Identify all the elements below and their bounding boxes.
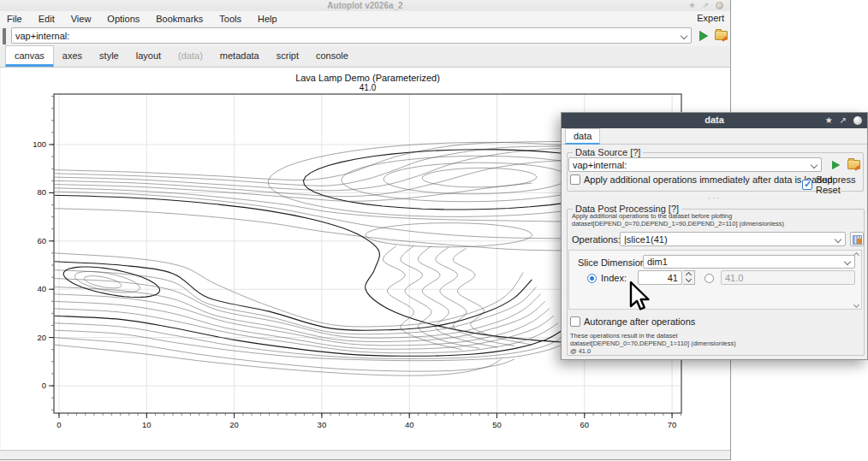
svg-text:0: 0: [42, 381, 46, 390]
menu-help[interactable]: Help: [258, 14, 277, 24]
menu-file[interactable]: File: [7, 14, 22, 24]
value-radio-unselected[interactable]: [705, 274, 714, 283]
tab-metadata[interactable]: metadata: [211, 46, 268, 67]
tab-console[interactable]: console: [307, 46, 357, 67]
result-dataset-label: dataset[DEPEND_0=70,DEPEND_1=110] (dimen…: [570, 340, 736, 347]
svg-text:10: 10: [142, 420, 152, 429]
plot-subtitle: 41.0: [54, 83, 681, 92]
post-processing-hint: Apply additional operations to the datas…: [572, 212, 732, 220]
go-button[interactable]: [697, 29, 710, 42]
svg-text:0: 0: [56, 420, 61, 429]
uri-type-icon: [3, 29, 9, 41]
svg-text:80: 80: [37, 187, 46, 197]
menu-edit[interactable]: Edit: [39, 14, 55, 24]
svg-text:40: 40: [37, 284, 46, 293]
tab-data[interactable]: data: [565, 128, 600, 145]
menu-bookmarks[interactable]: Bookmarks: [156, 14, 203, 24]
uri-input[interactable]: vap+internal:: [11, 27, 692, 44]
dialog-tab-strip: data: [562, 128, 867, 145]
spin-down-icon: [687, 277, 691, 281]
apply-immediately-checkbox[interactable]: Apply additional operations immediately …: [570, 174, 832, 185]
result-at-label: @ 41.0: [570, 347, 591, 355]
browse-button[interactable]: [847, 158, 861, 171]
tab-axes[interactable]: axes: [54, 46, 91, 67]
data-source-value: vap+internal:: [573, 160, 811, 170]
svg-text:50: 50: [492, 420, 502, 429]
data-dialog: data ★ ↗ data Data Source [?] vap+intern…: [561, 112, 868, 360]
chevron-down-icon[interactable]: [835, 236, 841, 243]
folder-icon: [847, 160, 860, 169]
svg-text:60: 60: [37, 236, 46, 245]
tab-style[interactable]: style: [91, 46, 128, 67]
play-icon: [699, 31, 708, 41]
collapse-handle[interactable]: ···: [562, 195, 867, 200]
main-tab-bar: canvasaxesstylelayout(data)metadatascrip…: [0, 46, 730, 68]
operations-picker-button[interactable]: [850, 232, 864, 246]
menu-view[interactable]: View: [71, 14, 92, 24]
autorange-checkbox[interactable]: Autorange after operations: [570, 316, 695, 327]
folder-icon: [715, 31, 728, 40]
busy-indicator-icon: [853, 116, 862, 125]
menu-bar: FileEditViewOptionsBookmarksToolsHelp Ex…: [0, 11, 730, 25]
status-bar: [0, 450, 730, 459]
suppress-reset-label: Suppress Reset: [816, 174, 867, 195]
spinner-arrows[interactable]: [683, 270, 695, 285]
play-icon: [832, 161, 840, 169]
svg-text:70: 70: [668, 420, 677, 429]
svg-text:30: 30: [318, 420, 327, 429]
svg-text:20: 20: [37, 333, 46, 342]
chevron-down-icon[interactable]: [811, 162, 817, 168]
load-button[interactable]: [829, 158, 843, 171]
checkbox-icon[interactable]: [570, 174, 580, 185]
menu-items: FileEditViewOptionsBookmarksToolsHelp: [7, 10, 294, 26]
tab-canvas[interactable]: canvas: [5, 45, 54, 67]
mouse-cursor: [628, 281, 654, 315]
input-dataset-label: dataset[DEPEND_0=70,DEPEND_1=90,DEPEND_2…: [572, 220, 784, 228]
tab-data[interactable]: (data): [169, 46, 211, 67]
svg-text:20: 20: [229, 420, 239, 429]
svg-text:60: 60: [580, 420, 590, 429]
autorange-label: Autorange after operations: [584, 316, 695, 327]
index-label: Index:: [601, 273, 627, 283]
suppress-reset-checkbox[interactable]: Suppress Reset: [802, 174, 867, 195]
apply-immediately-label: Apply additional operations immediately …: [584, 174, 832, 185]
pin-icon[interactable]: ★: [825, 116, 833, 125]
scroll-up-icon[interactable]: [854, 252, 859, 257]
tab-layout[interactable]: layout: [128, 46, 169, 67]
slice-editor-panel: Slice Dimension: dim1 Index: 41 41.0: [568, 250, 862, 310]
slice-value: 41.0: [725, 273, 743, 283]
svg-text:100: 100: [33, 139, 46, 149]
plot-title: Lava Lamp Demo (Parameterized): [54, 73, 681, 83]
uri-value: vap+internal:: [15, 31, 681, 41]
busy-indicator-icon: [716, 2, 723, 9]
detach-icon[interactable]: ↗: [702, 2, 709, 9]
data-source-input[interactable]: vap+internal:: [568, 157, 822, 172]
checkbox-icon[interactable]: [570, 316, 580, 327]
index-radio-selected[interactable]: [587, 274, 597, 283]
pin-icon[interactable]: ★: [688, 2, 695, 9]
browse-button[interactable]: [714, 29, 728, 42]
chevron-down-icon[interactable]: [681, 33, 687, 39]
operations-input[interactable]: |slice1(41): [620, 232, 846, 246]
operations-value: |slice1(41): [624, 234, 835, 245]
slice-dimension-label: Slice Dimension:: [578, 257, 648, 268]
address-row: vap+internal:: [0, 25, 730, 46]
slice-dimension-value: dim1: [647, 257, 844, 267]
svg-text:40: 40: [405, 420, 414, 429]
window-title: Autoplot v2026a_2: [0, 1, 730, 10]
menu-tools[interactable]: Tools: [219, 14, 241, 24]
dialog-titlebar[interactable]: data ★ ↗: [562, 113, 867, 128]
chevron-down-icon[interactable]: [844, 258, 851, 265]
detach-icon[interactable]: ↗: [840, 116, 847, 125]
checkbox-checked-icon[interactable]: [802, 180, 812, 190]
slice-value-input-disabled[interactable]: 41.0: [721, 270, 855, 285]
operations-label: Operations:: [572, 234, 621, 245]
dialog-title: data: [562, 115, 867, 125]
result-caption: These operations result in the dataset: [570, 332, 678, 340]
scroll-down-icon[interactable]: [854, 302, 859, 307]
slice-dimension-select[interactable]: dim1: [643, 255, 855, 269]
expert-mode-label[interactable]: Expert: [697, 11, 724, 25]
menu-options[interactable]: Options: [107, 14, 140, 24]
tab-script[interactable]: script: [268, 46, 307, 67]
data-source-legend[interactable]: Data Source [?]: [573, 147, 643, 157]
